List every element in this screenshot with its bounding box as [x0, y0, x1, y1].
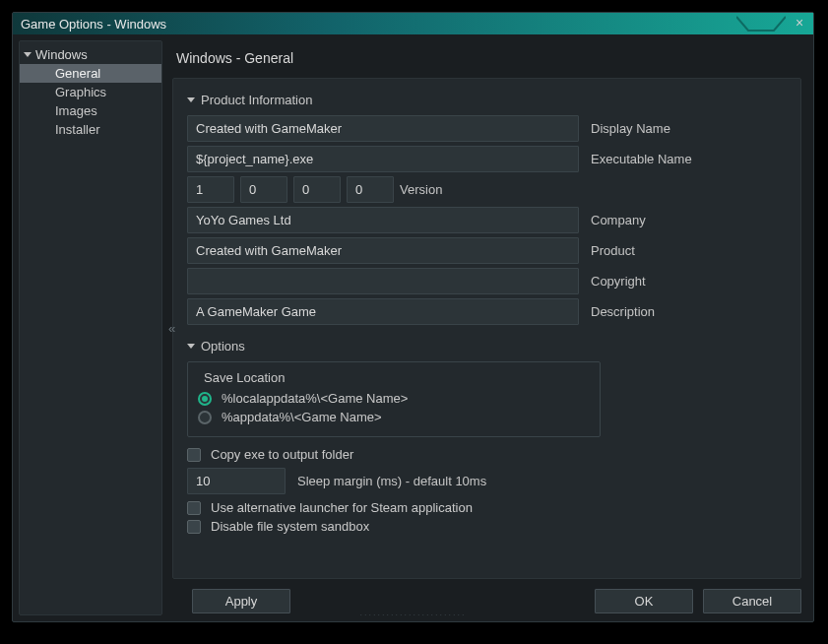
display-name-input[interactable]	[187, 115, 579, 142]
sidebar: Windows General Graphics Images Installe…	[19, 40, 162, 615]
copyright-label: Copyright	[591, 274, 646, 289]
checkbox-label: Copy exe to output folder	[211, 447, 353, 462]
save-location-appdata[interactable]: %appdata%\<Game Name>	[198, 408, 590, 426]
checkbox-icon	[187, 448, 201, 462]
save-location-group: Save Location %localappdata%\<Game Name>…	[187, 361, 601, 437]
copy-exe-checkbox[interactable]: Copy exe to output folder	[187, 445, 787, 464]
sidebar-item-general[interactable]: General	[20, 64, 161, 83]
radio-icon	[198, 392, 212, 406]
product-label: Product	[591, 243, 635, 258]
close-icon[interactable]: ×	[792, 15, 807, 31]
executable-name-input[interactable]	[187, 146, 579, 172]
version-label: Version	[400, 182, 442, 197]
company-input[interactable]	[187, 207, 579, 233]
radio-icon	[198, 411, 212, 424]
description-label: Description	[591, 304, 655, 319]
checkbox-icon	[187, 501, 201, 515]
tree-root-windows[interactable]: Windows	[20, 45, 161, 64]
checkbox-icon	[187, 520, 201, 534]
titlebar-notch-decoration	[736, 13, 786, 34]
dialog-footer: Apply OK Cancel	[172, 579, 801, 613]
window-title: Game Options - Windows	[21, 17, 166, 32]
section-header-label: Options	[201, 339, 245, 354]
save-location-title: Save Location	[198, 370, 590, 385]
checkbox-label: Disable file system sandbox	[211, 519, 369, 534]
checkbox-label: Use alternative launcher for Steam appli…	[211, 500, 473, 515]
company-label: Company	[591, 213, 646, 227]
section-header-options[interactable]: Options	[187, 339, 787, 354]
copyright-input[interactable]	[187, 268, 579, 294]
sidebar-item-label: Images	[55, 103, 97, 118]
executable-name-label: Executable Name	[591, 152, 692, 166]
titlebar[interactable]: Game Options - Windows ×	[13, 13, 813, 34]
save-location-localappdata[interactable]: %localappdata%\<Game Name>	[198, 389, 590, 408]
sleep-margin-input[interactable]	[187, 468, 286, 494]
sidebar-item-images[interactable]: Images	[20, 101, 161, 120]
radio-label: %appdata%\<Game Name>	[222, 410, 382, 424]
ok-button[interactable]: OK	[595, 589, 693, 613]
sidebar-collapse-handle[interactable]: «	[168, 321, 175, 336]
sleep-margin-label: Sleep margin (ms) - default 10ms	[297, 474, 486, 488]
section-header-label: Product Information	[201, 93, 312, 107]
version-build-input[interactable]	[293, 176, 341, 203]
section-header-product-info[interactable]: Product Information	[187, 93, 787, 107]
alt-launcher-checkbox[interactable]: Use alternative launcher for Steam appli…	[187, 498, 787, 517]
display-name-label: Display Name	[591, 121, 670, 136]
sidebar-item-label: Installer	[55, 122, 100, 137]
page-title: Windows - General	[172, 42, 801, 78]
apply-button[interactable]: Apply	[192, 589, 290, 613]
resize-handle-icon[interactable]: ························	[359, 610, 466, 619]
sidebar-item-graphics[interactable]: Graphics	[20, 83, 161, 101]
settings-panel: Product Information Display Name Executa…	[172, 78, 801, 579]
sidebar-item-label: General	[55, 66, 100, 81]
sidebar-item-label: Graphics	[55, 85, 106, 99]
version-major-input[interactable]	[187, 176, 234, 203]
cancel-button[interactable]: Cancel	[703, 589, 801, 613]
disable-sandbox-checkbox[interactable]: Disable file system sandbox	[187, 517, 787, 536]
tree-root-label: Windows	[35, 47, 88, 62]
game-options-window: Game Options - Windows × Windows General…	[12, 12, 814, 622]
radio-label: %localappdata%\<Game Name>	[222, 391, 408, 406]
product-input[interactable]	[187, 237, 579, 264]
sidebar-item-installer[interactable]: Installer	[20, 120, 161, 139]
version-minor-input[interactable]	[240, 176, 287, 203]
version-rev-input[interactable]	[347, 176, 394, 203]
chevron-left-icon: «	[168, 321, 175, 336]
description-input[interactable]	[187, 298, 579, 325]
main-content: Windows - General Product Information Di…	[168, 34, 813, 621]
